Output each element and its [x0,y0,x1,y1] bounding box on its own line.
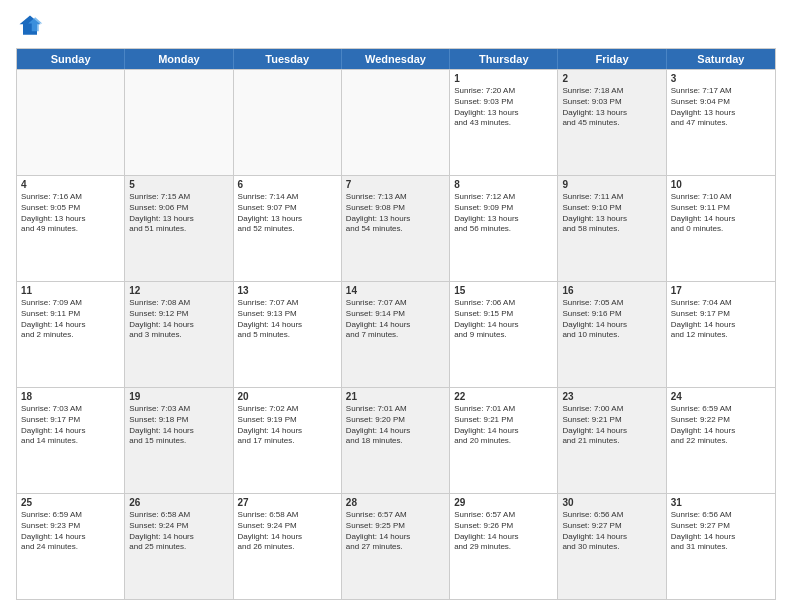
calendar-cell-4-1: 26Sunrise: 6:58 AM Sunset: 9:24 PM Dayli… [125,494,233,599]
header-day-saturday: Saturday [667,49,775,69]
day-number: 20 [238,391,337,402]
logo [16,12,48,40]
calendar-row-2: 11Sunrise: 7:09 AM Sunset: 9:11 PM Dayli… [17,281,775,387]
calendar-cell-4-4: 29Sunrise: 6:57 AM Sunset: 9:26 PM Dayli… [450,494,558,599]
calendar-cell-1-3: 7Sunrise: 7:13 AM Sunset: 9:08 PM Daylig… [342,176,450,281]
day-number: 1 [454,73,553,84]
calendar-cell-3-0: 18Sunrise: 7:03 AM Sunset: 9:17 PM Dayli… [17,388,125,493]
day-number: 7 [346,179,445,190]
calendar-cell-0-4: 1Sunrise: 7:20 AM Sunset: 9:03 PM Daylig… [450,70,558,175]
calendar-row-0: 1Sunrise: 7:20 AM Sunset: 9:03 PM Daylig… [17,69,775,175]
day-number: 12 [129,285,228,296]
calendar-cell-3-1: 19Sunrise: 7:03 AM Sunset: 9:18 PM Dayli… [125,388,233,493]
calendar-row-1: 4Sunrise: 7:16 AM Sunset: 9:05 PM Daylig… [17,175,775,281]
cell-info: Sunrise: 6:59 AM Sunset: 9:23 PM Dayligh… [21,510,120,553]
calendar-cell-3-6: 24Sunrise: 6:59 AM Sunset: 9:22 PM Dayli… [667,388,775,493]
day-number: 8 [454,179,553,190]
header [16,12,776,40]
day-number: 15 [454,285,553,296]
cell-info: Sunrise: 7:17 AM Sunset: 9:04 PM Dayligh… [671,86,771,129]
header-day-friday: Friday [558,49,666,69]
cell-info: Sunrise: 7:02 AM Sunset: 9:19 PM Dayligh… [238,404,337,447]
cell-info: Sunrise: 7:11 AM Sunset: 9:10 PM Dayligh… [562,192,661,235]
header-day-thursday: Thursday [450,49,558,69]
cell-info: Sunrise: 7:03 AM Sunset: 9:18 PM Dayligh… [129,404,228,447]
header-day-monday: Monday [125,49,233,69]
day-number: 3 [671,73,771,84]
calendar-cell-2-5: 16Sunrise: 7:05 AM Sunset: 9:16 PM Dayli… [558,282,666,387]
calendar-cell-1-6: 10Sunrise: 7:10 AM Sunset: 9:11 PM Dayli… [667,176,775,281]
calendar: SundayMondayTuesdayWednesdayThursdayFrid… [16,48,776,600]
calendar-cell-1-4: 8Sunrise: 7:12 AM Sunset: 9:09 PM Daylig… [450,176,558,281]
day-number: 22 [454,391,553,402]
logo-icon [16,12,44,40]
calendar-cell-4-2: 27Sunrise: 6:58 AM Sunset: 9:24 PM Dayli… [234,494,342,599]
calendar-cell-3-3: 21Sunrise: 7:01 AM Sunset: 9:20 PM Dayli… [342,388,450,493]
day-number: 18 [21,391,120,402]
calendar-cell-2-2: 13Sunrise: 7:07 AM Sunset: 9:13 PM Dayli… [234,282,342,387]
day-number: 6 [238,179,337,190]
cell-info: Sunrise: 7:06 AM Sunset: 9:15 PM Dayligh… [454,298,553,341]
cell-info: Sunrise: 7:15 AM Sunset: 9:06 PM Dayligh… [129,192,228,235]
calendar-cell-4-6: 31Sunrise: 6:56 AM Sunset: 9:27 PM Dayli… [667,494,775,599]
day-number: 9 [562,179,661,190]
calendar-cell-0-3 [342,70,450,175]
calendar-cell-4-0: 25Sunrise: 6:59 AM Sunset: 9:23 PM Dayli… [17,494,125,599]
day-number: 5 [129,179,228,190]
day-number: 24 [671,391,771,402]
calendar-cell-3-4: 22Sunrise: 7:01 AM Sunset: 9:21 PM Dayli… [450,388,558,493]
header-day-sunday: Sunday [17,49,125,69]
day-number: 4 [21,179,120,190]
day-number: 11 [21,285,120,296]
calendar-cell-2-6: 17Sunrise: 7:04 AM Sunset: 9:17 PM Dayli… [667,282,775,387]
cell-info: Sunrise: 6:56 AM Sunset: 9:27 PM Dayligh… [562,510,661,553]
calendar-cell-0-1 [125,70,233,175]
day-number: 16 [562,285,661,296]
day-number: 25 [21,497,120,508]
calendar-cell-3-2: 20Sunrise: 7:02 AM Sunset: 9:19 PM Dayli… [234,388,342,493]
calendar-cell-0-5: 2Sunrise: 7:18 AM Sunset: 9:03 PM Daylig… [558,70,666,175]
header-day-tuesday: Tuesday [234,49,342,69]
cell-info: Sunrise: 7:16 AM Sunset: 9:05 PM Dayligh… [21,192,120,235]
cell-info: Sunrise: 7:03 AM Sunset: 9:17 PM Dayligh… [21,404,120,447]
day-number: 10 [671,179,771,190]
calendar-header: SundayMondayTuesdayWednesdayThursdayFrid… [17,49,775,69]
day-number: 2 [562,73,661,84]
cell-info: Sunrise: 6:57 AM Sunset: 9:25 PM Dayligh… [346,510,445,553]
day-number: 14 [346,285,445,296]
cell-info: Sunrise: 7:01 AM Sunset: 9:20 PM Dayligh… [346,404,445,447]
calendar-cell-1-0: 4Sunrise: 7:16 AM Sunset: 9:05 PM Daylig… [17,176,125,281]
cell-info: Sunrise: 6:58 AM Sunset: 9:24 PM Dayligh… [129,510,228,553]
cell-info: Sunrise: 6:58 AM Sunset: 9:24 PM Dayligh… [238,510,337,553]
cell-info: Sunrise: 7:18 AM Sunset: 9:03 PM Dayligh… [562,86,661,129]
cell-info: Sunrise: 7:12 AM Sunset: 9:09 PM Dayligh… [454,192,553,235]
cell-info: Sunrise: 7:07 AM Sunset: 9:14 PM Dayligh… [346,298,445,341]
calendar-cell-2-4: 15Sunrise: 7:06 AM Sunset: 9:15 PM Dayli… [450,282,558,387]
day-number: 19 [129,391,228,402]
calendar-cell-0-6: 3Sunrise: 7:17 AM Sunset: 9:04 PM Daylig… [667,70,775,175]
page: SundayMondayTuesdayWednesdayThursdayFrid… [0,0,792,612]
cell-info: Sunrise: 7:04 AM Sunset: 9:17 PM Dayligh… [671,298,771,341]
cell-info: Sunrise: 6:57 AM Sunset: 9:26 PM Dayligh… [454,510,553,553]
cell-info: Sunrise: 7:09 AM Sunset: 9:11 PM Dayligh… [21,298,120,341]
day-number: 28 [346,497,445,508]
day-number: 21 [346,391,445,402]
calendar-cell-1-5: 9Sunrise: 7:11 AM Sunset: 9:10 PM Daylig… [558,176,666,281]
cell-info: Sunrise: 7:00 AM Sunset: 9:21 PM Dayligh… [562,404,661,447]
calendar-body: 1Sunrise: 7:20 AM Sunset: 9:03 PM Daylig… [17,69,775,599]
day-number: 13 [238,285,337,296]
calendar-cell-4-3: 28Sunrise: 6:57 AM Sunset: 9:25 PM Dayli… [342,494,450,599]
cell-info: Sunrise: 6:56 AM Sunset: 9:27 PM Dayligh… [671,510,771,553]
cell-info: Sunrise: 7:20 AM Sunset: 9:03 PM Dayligh… [454,86,553,129]
day-number: 26 [129,497,228,508]
cell-info: Sunrise: 7:13 AM Sunset: 9:08 PM Dayligh… [346,192,445,235]
calendar-row-4: 25Sunrise: 6:59 AM Sunset: 9:23 PM Dayli… [17,493,775,599]
cell-info: Sunrise: 6:59 AM Sunset: 9:22 PM Dayligh… [671,404,771,447]
cell-info: Sunrise: 7:01 AM Sunset: 9:21 PM Dayligh… [454,404,553,447]
calendar-cell-0-2 [234,70,342,175]
day-number: 23 [562,391,661,402]
cell-info: Sunrise: 7:14 AM Sunset: 9:07 PM Dayligh… [238,192,337,235]
cell-info: Sunrise: 7:08 AM Sunset: 9:12 PM Dayligh… [129,298,228,341]
day-number: 17 [671,285,771,296]
header-day-wednesday: Wednesday [342,49,450,69]
